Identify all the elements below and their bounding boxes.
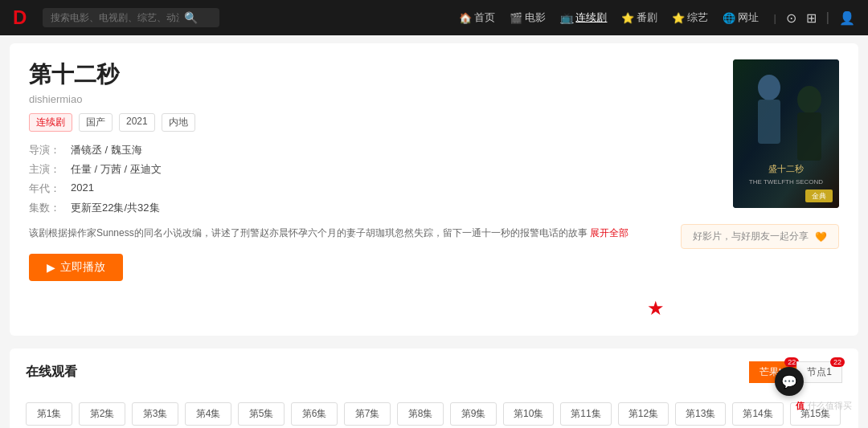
circle-icon[interactable]: ⊙ (786, 10, 796, 26)
title-pinyin: dishiermiao (29, 93, 665, 105)
play-label: 立即播放 (60, 260, 105, 275)
share-bar: 好影片，与好朋友一起分享 🧡 (681, 224, 839, 249)
episode-button[interactable]: 第5集 (238, 402, 285, 426)
grid-icon[interactable]: ⊞ (806, 10, 817, 26)
tag-drama[interactable]: 连续剧 (29, 113, 72, 132)
watermark-logo: 值 (796, 400, 805, 412)
episode-button[interactable]: 第2集 (79, 402, 125, 426)
node1-tab-label: 节点1 (807, 366, 832, 377)
episode-section: 在线观看 芒果tv 22 节点1 22 第1集第2集第3集第4集第5集第6集第7… (10, 349, 858, 428)
tv-icon: 📺 (560, 12, 573, 24)
site-logo[interactable]: D (13, 6, 27, 29)
episode-row: 集数： 更新至22集/共32集 (29, 201, 665, 215)
svg-text:盛十二秒: 盛十二秒 (768, 164, 804, 173)
main-nav: 🏠首页 🎬电影 📺连续剧 ⭐番剧 ⭐综艺 🌐网址 | (459, 10, 776, 25)
search-bar: 🔍 (43, 8, 219, 27)
episode-button[interactable]: 第3集 (132, 402, 178, 426)
nav-home[interactable]: 🏠首页 (459, 10, 495, 25)
cast-value: 任量 / 万茜 / 巫迪文 (71, 162, 162, 177)
episode-grid-row1: 第1集第2集第3集第4集第5集第6集第7集第8集第9集第10集第11集第12集第… (26, 402, 842, 428)
year-value: 2021 (71, 181, 94, 196)
episode-button[interactable]: 第13集 (675, 402, 726, 426)
episode-button[interactable]: 第10集 (503, 402, 554, 426)
desc-text: 该剧根据操作家Sunness的同名小说改编，讲述了刑警赵亦晨怀孕六个月的妻子胡珈… (29, 227, 588, 238)
play-button[interactable]: ▶ 立即播放 (29, 254, 123, 281)
episode-button[interactable]: 第14集 (732, 402, 783, 426)
nav-movie[interactable]: 🎬电影 (510, 10, 546, 25)
info-section: 第十二秒 dishiermiao 连续剧 国产 2021 内地 导演： 潘镜丞 … (29, 59, 665, 320)
director-row: 导演： 潘镜丞 / 魏玉海 (29, 143, 665, 157)
episode-section-title: 在线观看 (26, 364, 77, 381)
favorite-area: ★ (29, 297, 665, 320)
content-area: 第十二秒 dishiermiao 连续剧 国产 2021 内地 导演： 潘镜丞 … (29, 59, 839, 320)
svg-rect-2 (758, 100, 780, 144)
movie-icon: 🎬 (510, 12, 522, 24)
cast-row: 主演： 任量 / 万茜 / 巫迪文 (29, 162, 665, 177)
tag-year[interactable]: 2021 (119, 113, 155, 132)
nav-web[interactable]: 🌐网址 (723, 10, 759, 25)
episode-button[interactable]: 第7集 (344, 402, 391, 426)
share-icon: 🧡 (815, 231, 827, 243)
cast-label: 主演： (29, 162, 68, 177)
expand-link[interactable]: 展开全部 (590, 227, 628, 238)
home-icon: 🏠 (459, 12, 472, 24)
node1-badge: 22 (830, 357, 845, 367)
star2-icon-nav: ⭐ (672, 12, 685, 24)
tags-container: 连续剧 国产 2021 内地 (29, 113, 665, 132)
user-icon[interactable]: 👤 (839, 10, 855, 26)
episode-button[interactable]: 第11集 (560, 402, 611, 426)
episode-button[interactable]: 第8集 (397, 402, 444, 426)
svg-rect-4 (797, 112, 821, 161)
episode-button[interactable]: 第12集 (618, 402, 669, 426)
nav-variety[interactable]: ⭐综艺 (672, 10, 708, 25)
main-container: 第十二秒 dishiermiao 连续剧 国产 2021 内地 导演： 潘镜丞 … (10, 43, 858, 336)
svg-point-3 (797, 86, 821, 113)
svg-text:金典: 金典 (812, 192, 826, 200)
episode-button[interactable]: 第9集 (450, 402, 497, 426)
tag-region[interactable]: 内地 (162, 113, 195, 132)
share-text: 好影片，与好朋友一起分享 (693, 230, 809, 243)
director-value: 潘镜丞 / 魏玉海 (71, 143, 142, 157)
episode-button[interactable]: 第1集 (26, 402, 72, 426)
search-icon[interactable]: 🔍 (184, 11, 198, 24)
episode-label: 集数： (29, 201, 68, 215)
favorite-icon[interactable]: ★ (647, 297, 665, 320)
header: D 🔍 🏠首页 🎬电影 📺连续剧 ⭐番剧 ⭐综艺 🌐网址 | ⊙ ⊞ | 👤 (0, 0, 868, 35)
nav-anime[interactable]: ⭐番剧 (621, 10, 657, 25)
nav-separator: | (773, 12, 776, 24)
episode-button[interactable]: 第4集 (185, 402, 231, 426)
episode-value: 更新至22集/共32集 (71, 201, 160, 215)
watermark: 值 什么值得买 (796, 400, 852, 412)
meta-list: 导演： 潘镜丞 / 魏玉海 主演： 任量 / 万茜 / 巫迪文 年代： 2021… (29, 143, 665, 215)
svg-point-1 (758, 75, 780, 100)
globe-icon: 🌐 (723, 12, 735, 24)
svg-text:THE TWELFTH SECOND: THE TWELFTH SECOND (749, 178, 824, 185)
nav-drama[interactable]: 📺连续剧 (560, 10, 607, 25)
tag-origin[interactable]: 国产 (79, 113, 113, 132)
header-right-icons: ⊙ ⊞ | 👤 (786, 10, 855, 26)
year-label: 年代： (29, 181, 68, 196)
sep2: | (826, 10, 829, 25)
chat-icon: 💬 (781, 374, 797, 389)
play-icon: ▶ (47, 261, 55, 274)
star-icon-nav: ⭐ (621, 12, 634, 24)
watermark-text: 什么值得买 (808, 400, 852, 412)
poster-svg: 盛十二秒 THE TWELFTH SECOND 金典 (733, 59, 839, 208)
episode-button[interactable]: 第6集 (291, 402, 338, 426)
float-chat-button[interactable]: 💬 (775, 367, 804, 396)
director-label: 导演： (29, 143, 68, 157)
poster-image: 盛十二秒 THE TWELFTH SECOND 金典 (733, 59, 839, 208)
title-cn: 第十二秒 (29, 59, 665, 90)
poster-area: 盛十二秒 THE TWELFTH SECOND 金典 (733, 59, 839, 208)
right-panel: 盛十二秒 THE TWELFTH SECOND 金典 好影片，与好朋友一起分享 … (681, 59, 839, 320)
description: 该剧根据操作家Sunness的同名小说改编，讲述了刑警赵亦晨怀孕六个月的妻子胡珈… (29, 225, 665, 241)
search-input[interactable] (51, 12, 179, 23)
year-row: 年代： 2021 (29, 181, 665, 196)
svg-rect-0 (733, 59, 839, 208)
